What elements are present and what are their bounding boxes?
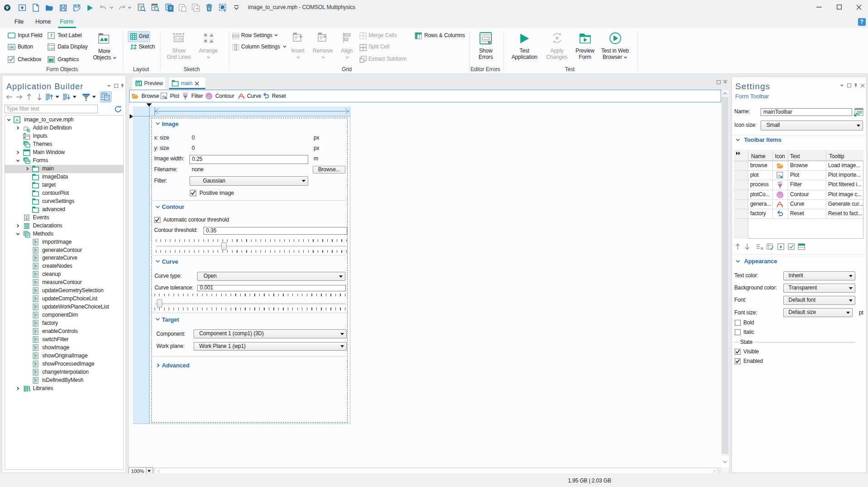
svg-text:OK: OK (10, 46, 14, 49)
svg-text:A: A (15, 118, 19, 122)
svg-text:1.23: 1.23 (175, 37, 182, 41)
svg-text:1.23: 1.23 (48, 47, 54, 50)
svg-text:T: T (50, 33, 53, 38)
